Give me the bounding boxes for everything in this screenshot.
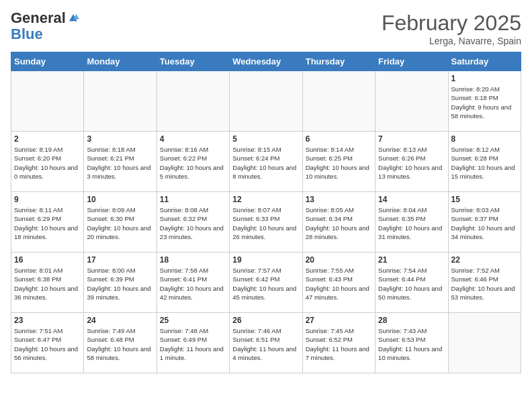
header: General Blue February 2025 Lerga, Navarr… bbox=[11, 11, 521, 46]
calendar-empty bbox=[157, 71, 229, 132]
weekday-header: Wednesday bbox=[230, 52, 302, 71]
calendar-day: 15Sunrise: 8:03 AMSunset: 6:37 PMDayligh… bbox=[448, 192, 521, 253]
calendar-empty bbox=[375, 71, 448, 132]
calendar-day: 6Sunrise: 8:14 AMSunset: 6:25 PMDaylight… bbox=[302, 132, 375, 192]
calendar-day: 12Sunrise: 8:07 AMSunset: 6:33 PMDayligh… bbox=[230, 192, 302, 253]
calendar-empty bbox=[84, 71, 157, 132]
calendar-day: 21Sunrise: 7:54 AMSunset: 6:44 PMDayligh… bbox=[375, 253, 448, 313]
day-info: Sunrise: 7:48 AMSunset: 6:49 PMDaylight:… bbox=[160, 326, 226, 362]
calendar-day: 27Sunrise: 7:45 AMSunset: 6:52 PMDayligh… bbox=[302, 313, 375, 373]
day-number: 13 bbox=[306, 195, 372, 204]
day-number: 18 bbox=[160, 255, 226, 265]
day-number: 6 bbox=[306, 134, 372, 144]
weekday-header: Saturday bbox=[448, 52, 521, 71]
month-title: February 2025 bbox=[382, 11, 521, 36]
calendar-day: 4Sunrise: 8:16 AMSunset: 6:22 PMDaylight… bbox=[157, 132, 229, 192]
day-info: Sunrise: 7:54 AMSunset: 6:44 PMDaylight:… bbox=[378, 266, 445, 302]
day-number: 10 bbox=[87, 195, 153, 204]
day-number: 11 bbox=[160, 195, 226, 204]
day-number: 26 bbox=[232, 316, 299, 325]
day-info: Sunrise: 8:20 AMSunset: 6:18 PMDaylight:… bbox=[451, 85, 518, 120]
calendar: SundayMondayTuesdayWednesdayThursdayFrid… bbox=[11, 52, 521, 373]
day-number: 16 bbox=[14, 255, 81, 265]
day-number: 25 bbox=[160, 316, 226, 325]
calendar-week-row: 23Sunrise: 7:51 AMSunset: 6:47 PMDayligh… bbox=[11, 313, 521, 373]
day-number: 22 bbox=[451, 255, 518, 265]
calendar-day: 5Sunrise: 8:15 AMSunset: 6:24 PMDaylight… bbox=[230, 132, 302, 192]
day-info: Sunrise: 7:45 AMSunset: 6:52 PMDaylight:… bbox=[306, 326, 372, 362]
day-info: Sunrise: 8:00 AMSunset: 6:39 PMDaylight:… bbox=[87, 266, 153, 302]
day-number: 9 bbox=[14, 195, 81, 204]
calendar-day: 23Sunrise: 7:51 AMSunset: 6:47 PMDayligh… bbox=[11, 313, 84, 373]
day-info: Sunrise: 8:16 AMSunset: 6:22 PMDaylight:… bbox=[160, 145, 226, 181]
day-info: Sunrise: 8:11 AMSunset: 6:29 PMDaylight:… bbox=[14, 205, 81, 241]
day-number: 23 bbox=[14, 316, 81, 325]
day-info: Sunrise: 8:01 AMSunset: 6:38 PMDaylight:… bbox=[14, 266, 81, 302]
day-info: Sunrise: 7:49 AMSunset: 6:48 PMDaylight:… bbox=[87, 326, 153, 362]
calendar-day: 14Sunrise: 8:04 AMSunset: 6:35 PMDayligh… bbox=[375, 192, 448, 253]
logo: General Blue bbox=[11, 11, 79, 43]
title-area: February 2025 Lerga, Navarre, Spain bbox=[382, 11, 521, 46]
day-info: Sunrise: 7:58 AMSunset: 6:41 PMDaylight:… bbox=[160, 266, 226, 302]
day-number: 24 bbox=[87, 316, 153, 325]
day-number: 28 bbox=[378, 316, 445, 325]
day-number: 7 bbox=[378, 134, 445, 144]
calendar-day: 13Sunrise: 8:05 AMSunset: 6:34 PMDayligh… bbox=[302, 192, 375, 253]
calendar-day: 1Sunrise: 8:20 AMSunset: 6:18 PMDaylight… bbox=[448, 71, 521, 132]
calendar-week-row: 1Sunrise: 8:20 AMSunset: 6:18 PMDaylight… bbox=[11, 71, 521, 132]
location: Lerga, Navarre, Spain bbox=[382, 36, 521, 46]
day-number: 27 bbox=[306, 316, 372, 325]
weekday-header: Sunday bbox=[11, 52, 84, 71]
day-info: Sunrise: 8:18 AMSunset: 6:21 PMDaylight:… bbox=[87, 145, 153, 181]
calendar-day: 22Sunrise: 7:52 AMSunset: 6:46 PMDayligh… bbox=[448, 253, 521, 313]
calendar-day: 9Sunrise: 8:11 AMSunset: 6:29 PMDaylight… bbox=[11, 192, 84, 253]
day-number: 15 bbox=[451, 195, 518, 204]
calendar-day: 11Sunrise: 8:08 AMSunset: 6:32 PMDayligh… bbox=[157, 192, 229, 253]
day-number: 14 bbox=[378, 195, 445, 204]
day-info: Sunrise: 7:57 AMSunset: 6:42 PMDaylight:… bbox=[232, 266, 299, 302]
calendar-day: 16Sunrise: 8:01 AMSunset: 6:38 PMDayligh… bbox=[11, 253, 84, 313]
calendar-day: 19Sunrise: 7:57 AMSunset: 6:42 PMDayligh… bbox=[230, 253, 302, 313]
calendar-day: 28Sunrise: 7:43 AMSunset: 6:53 PMDayligh… bbox=[375, 313, 448, 373]
calendar-day: 18Sunrise: 7:58 AMSunset: 6:41 PMDayligh… bbox=[157, 253, 229, 313]
day-info: Sunrise: 8:04 AMSunset: 6:35 PMDaylight:… bbox=[378, 205, 445, 241]
calendar-week-row: 9Sunrise: 8:11 AMSunset: 6:29 PMDaylight… bbox=[11, 192, 521, 253]
day-number: 12 bbox=[232, 195, 299, 204]
day-info: Sunrise: 7:51 AMSunset: 6:47 PMDaylight:… bbox=[14, 326, 81, 362]
day-info: Sunrise: 8:05 AMSunset: 6:34 PMDaylight:… bbox=[306, 205, 372, 241]
calendar-week-row: 16Sunrise: 8:01 AMSunset: 6:38 PMDayligh… bbox=[11, 253, 521, 313]
logo-icon bbox=[67, 12, 79, 24]
calendar-day: 17Sunrise: 8:00 AMSunset: 6:39 PMDayligh… bbox=[84, 253, 157, 313]
day-number: 8 bbox=[451, 134, 518, 144]
day-number: 21 bbox=[378, 255, 445, 265]
day-info: Sunrise: 8:15 AMSunset: 6:24 PMDaylight:… bbox=[232, 145, 299, 181]
day-info: Sunrise: 7:52 AMSunset: 6:46 PMDaylight:… bbox=[451, 266, 518, 302]
day-info: Sunrise: 8:08 AMSunset: 6:32 PMDaylight:… bbox=[160, 205, 226, 241]
day-info: Sunrise: 8:12 AMSunset: 6:28 PMDaylight:… bbox=[451, 145, 518, 181]
calendar-day: 8Sunrise: 8:12 AMSunset: 6:28 PMDaylight… bbox=[448, 132, 521, 192]
calendar-empty bbox=[302, 71, 375, 132]
weekday-header: Friday bbox=[375, 52, 448, 71]
logo-blue-text: Blue bbox=[11, 26, 43, 42]
day-info: Sunrise: 8:07 AMSunset: 6:33 PMDaylight:… bbox=[232, 205, 299, 241]
calendar-empty bbox=[230, 71, 302, 132]
day-number: 4 bbox=[160, 134, 226, 144]
day-info: Sunrise: 8:19 AMSunset: 6:20 PMDaylight:… bbox=[14, 145, 81, 181]
logo-general-text: General bbox=[11, 11, 66, 26]
day-info: Sunrise: 8:14 AMSunset: 6:25 PMDaylight:… bbox=[306, 145, 372, 181]
day-info: Sunrise: 8:03 AMSunset: 6:37 PMDaylight:… bbox=[451, 205, 518, 241]
day-number: 5 bbox=[232, 134, 299, 144]
day-number: 3 bbox=[87, 134, 153, 144]
calendar-day: 26Sunrise: 7:46 AMSunset: 6:51 PMDayligh… bbox=[230, 313, 302, 373]
day-info: Sunrise: 7:43 AMSunset: 6:53 PMDaylight:… bbox=[378, 326, 445, 362]
calendar-day: 24Sunrise: 7:49 AMSunset: 6:48 PMDayligh… bbox=[84, 313, 157, 373]
weekday-header: Thursday bbox=[302, 52, 375, 71]
weekday-header: Monday bbox=[84, 52, 157, 71]
calendar-day: 20Sunrise: 7:55 AMSunset: 6:43 PMDayligh… bbox=[302, 253, 375, 313]
day-info: Sunrise: 8:09 AMSunset: 6:30 PMDaylight:… bbox=[87, 205, 153, 241]
day-number: 20 bbox=[306, 255, 372, 265]
day-number: 17 bbox=[87, 255, 153, 265]
weekday-header: Tuesday bbox=[157, 52, 229, 71]
calendar-day: 3Sunrise: 8:18 AMSunset: 6:21 PMDaylight… bbox=[84, 132, 157, 192]
calendar-day: 10Sunrise: 8:09 AMSunset: 6:30 PMDayligh… bbox=[84, 192, 157, 253]
